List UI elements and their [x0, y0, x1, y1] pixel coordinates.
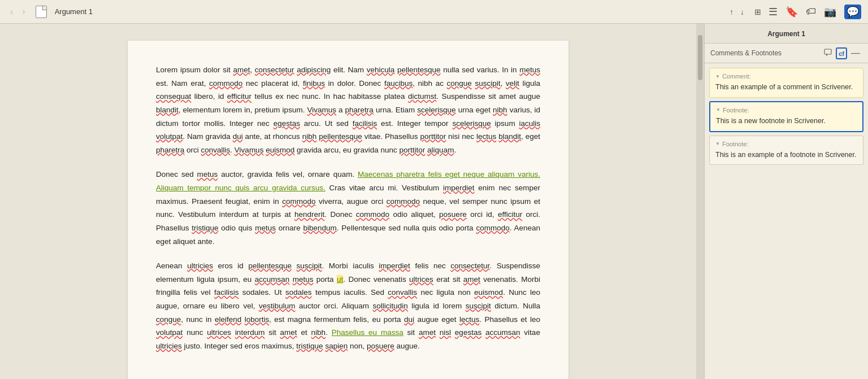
word-sapien: sapien: [325, 342, 348, 350]
word-tristique-1: tristique: [192, 224, 218, 232]
word-accumsan-1: accumsan: [255, 275, 290, 284]
word-ultricies-2: ultricies: [156, 342, 182, 350]
sidebar-title: Argument 1: [767, 30, 805, 38]
word-porttitor-1: porttitor: [420, 132, 446, 141]
word-metus-3: metus: [255, 224, 276, 232]
word-aliquam-1: aliquam: [427, 146, 454, 154]
up-arrow-button[interactable]: ↑: [727, 6, 736, 18]
annotation-label-comment-1: Comment:: [715, 73, 857, 80]
comments-icon-active[interactable]: 💬: [844, 5, 861, 19]
word-lectus-2: lectus: [459, 315, 479, 324]
sidebar-header: Argument 1: [705, 24, 868, 43]
doc-icon: [36, 6, 47, 18]
word-sodales: sodales: [285, 288, 312, 297]
word-egestas-1: egestas: [274, 119, 300, 128]
camera-icon[interactable]: 📷: [824, 6, 836, 18]
word-egestas-2: egestas: [455, 328, 481, 337]
doc-title: Argument 1: [55, 7, 93, 16]
word-nisl: nisl: [440, 328, 451, 337]
word-pharetra-1: pharetra: [345, 106, 374, 114]
word-ultrices-2: ultrices: [207, 328, 231, 337]
word-commodo-1: commodo: [209, 79, 242, 88]
annotation-footnote-2[interactable]: Footnote: This is an example of a footno…: [709, 136, 863, 165]
word-suscipit-3: suscipit: [466, 302, 491, 310]
word-bibendum: bibendum: [303, 224, 337, 232]
word-porttitor-2: porttitor: [400, 146, 426, 154]
word-facilisis-1: facilisis: [353, 119, 377, 128]
word-efficitur-2: efficitur: [498, 210, 522, 219]
bookmark-icon[interactable]: 🔖: [785, 6, 798, 18]
forward-button[interactable]: ›: [19, 6, 28, 18]
lines-icon[interactable]: ☰: [769, 6, 778, 18]
word-dui-2: dui: [404, 315, 414, 324]
word-ultricies-1: ultricies: [187, 262, 213, 270]
sidebar-toolbar: Comments & Footnotes cf —: [705, 43, 868, 63]
scrollbar-thumb: [698, 35, 702, 80]
main-toolbar: ‹ › Argument 1 ↑ ↓ ⊞ ☰ 🔖 🏷 📷 💬: [0, 0, 868, 24]
annotation-text-comment-1: This an example of a comment in Scrivene…: [715, 82, 857, 93]
word-euismod-1: euismod: [266, 146, 294, 154]
sidebar-cf-btn[interactable]: cf: [836, 47, 847, 59]
word-euismod-2: euismod: [474, 288, 503, 297]
word-commodo-3: commodo: [387, 197, 420, 206]
paragraph-3: Aenean ultricies eros id pellentesque su…: [156, 259, 540, 352]
sidebar-comment-icon-btn[interactable]: [822, 47, 834, 59]
word-ultrices-1: ultrices: [409, 275, 433, 284]
paragraph-1: Lorem ipsum dolor sit amet, consectetur …: [156, 63, 540, 156]
word-vehicula: vehicula: [367, 66, 395, 74]
word-facilisis-2: facilisis: [214, 288, 239, 297]
sidebar-panel-label: Comments & Footnotes: [710, 49, 818, 57]
split-view-button[interactable]: ⊞: [752, 6, 764, 18]
word-posuere-1: posuere: [439, 210, 467, 219]
word-lectus: lectus: [476, 132, 496, 141]
word-amet-3: amet: [280, 328, 297, 337]
sidebar-minus-btn[interactable]: —: [849, 47, 862, 59]
word-velit: velit: [506, 79, 519, 88]
word-metus-4: metus: [293, 275, 314, 284]
word-scelerisque-1: scelerisque: [417, 106, 455, 114]
word-adipiscing: adipiscing: [297, 66, 331, 74]
sidebar-toolbar-icons: cf —: [822, 47, 862, 59]
word-iaculis-1: iaculis: [519, 119, 541, 128]
word-vestibulum-1: vestibulum: [259, 302, 296, 310]
link-phasellus[interactable]: Phasellus eu massa: [332, 328, 403, 337]
word-vivamus-2: Vivamus: [235, 146, 264, 154]
word-dictumst: dictumst: [408, 92, 436, 101]
nav-buttons: ‹ ›: [7, 6, 29, 18]
word-blandit-2: blandit: [498, 132, 521, 141]
word-nibh-1: nibh: [493, 106, 507, 114]
word-suscipit-1: suscipit: [475, 79, 500, 88]
word-sollicitudin: sollicitudin: [373, 302, 408, 310]
annotation-label-footnote-1: Footnote:: [716, 107, 857, 114]
annotation-label-footnote-2: Footnote:: [715, 141, 857, 147]
word-eleifend: eleifend: [215, 315, 241, 324]
document-scrollbar[interactable]: [696, 24, 704, 379]
annotation-footnote-1[interactable]: Footnote: This is a new footnote in Scri…: [709, 101, 863, 132]
down-arrow-button[interactable]: ↓: [737, 6, 747, 18]
word-dui-1: dui: [233, 132, 243, 141]
word-amet-2: amet: [463, 275, 480, 284]
annotation-text-footnote-2: This is an example of a footnote in Scri…: [715, 150, 857, 160]
word-consequat: consequat: [156, 92, 191, 101]
word-imperdiet-2: imperdiet: [379, 262, 410, 270]
word-pharetra-2: pharetra: [156, 146, 184, 154]
word-congue: congue: [447, 79, 472, 88]
word-accumsan-2: accumsan: [485, 328, 520, 337]
word-commodo-4: commodo: [356, 210, 389, 219]
top-right-icons: ☰ 🔖 🏷 📷 💬: [769, 5, 861, 19]
word-ut-highlight: ut: [337, 275, 343, 284]
toolbar-right: ↑ ↓ ⊞ ☰ 🔖 🏷 📷 💬: [727, 5, 861, 19]
word-amet-4: amet: [419, 328, 436, 337]
annotation-text-footnote-1: This is a new footnote in Scrivener.: [716, 116, 857, 127]
word-hendrerit: hendrerit: [294, 210, 324, 219]
word-commodo-5: commodo: [476, 224, 509, 232]
word-amet-1: amet: [233, 66, 250, 74]
annotation-comment-1[interactable]: Comment: This an example of a comment in…: [709, 68, 863, 98]
main-content: Lorem ipsum dolor sit amet, consectetur …: [0, 24, 868, 379]
word-congue-2: congue: [156, 315, 181, 324]
document-area[interactable]: Lorem ipsum dolor sit amet, consectetur …: [0, 24, 696, 379]
word-finibus: finibus: [303, 79, 325, 88]
back-button[interactable]: ‹: [7, 6, 16, 18]
word-convallis-1: convallis: [201, 146, 231, 154]
tag-icon[interactable]: 🏷: [806, 6, 816, 18]
